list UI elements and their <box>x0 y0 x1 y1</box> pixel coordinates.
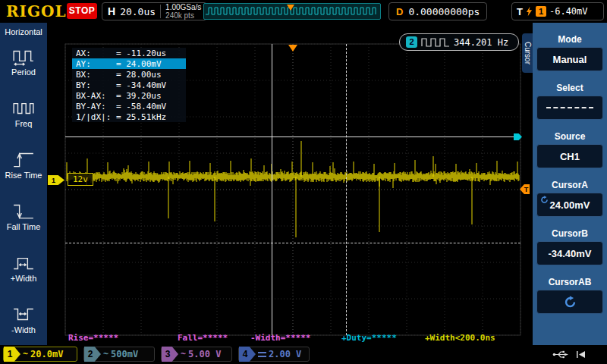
sidebar-item-label: Freq <box>15 119 33 128</box>
dc-coupling-icon <box>258 352 266 357</box>
menu-section-source[interactable]: Source CH1 <box>536 129 603 168</box>
menu-section-cursor-a[interactable]: CursorA 24.00mV <box>536 177 603 217</box>
softkey-menu: Mode Manual Select Source CH1 CursorA 24… <box>533 23 607 345</box>
square-wave-icon <box>421 38 450 47</box>
display-area: T 1 12v AX:= -11.20us AY:= 24.00mV BX:= … <box>47 23 530 345</box>
ch4-scale: 2.00 V <box>269 349 301 359</box>
menu-title-tab: Cursor <box>522 33 533 73</box>
frequency-counter: 2 344.201 Hz <box>399 33 519 51</box>
ac-coupling-icon: ~ <box>103 349 109 359</box>
mode-label: Mode <box>536 32 603 47</box>
timebase-position-strip <box>203 3 381 20</box>
readout-row-bx: BX:= 28.00us <box>72 69 186 80</box>
horizontal-status-group: H 20.0us 1.00GSa/s 240k pts <box>102 2 207 20</box>
counter-frequency-value: 344.201 Hz <box>454 37 508 48</box>
plus-width-icon <box>12 253 35 273</box>
readout-row-byay: BY-AY:= -58.40mV <box>72 101 186 111</box>
cursor-b-label: CursorB <box>536 226 603 241</box>
sidebar-item-freq[interactable]: Freq <box>0 88 47 140</box>
ac-coupling-icon: ~ <box>181 349 186 359</box>
ch2-number: 2 <box>84 347 101 362</box>
freq-icon <box>12 99 35 118</box>
ch1-scale: 20.0mV <box>30 349 63 359</box>
ch1-number: 1 <box>4 347 20 362</box>
sidebar-item-plus-width[interactable]: +Width <box>0 242 47 293</box>
sidebar-item-label: +Width <box>11 274 37 283</box>
usb-icon <box>552 350 569 359</box>
fall-time-icon <box>12 202 35 221</box>
lightning-bolt-icon <box>526 6 533 17</box>
sidebar-item-label: Period <box>11 67 36 77</box>
top-status-bar: RIGOL STOP H 20.0us 1.00GSa/s 240k pts D… <box>0 0 607 23</box>
mode-button[interactable]: Manual <box>536 47 603 71</box>
select-label: Select <box>536 80 603 96</box>
t-label: T <box>517 6 523 17</box>
cursor-a-vertical-line[interactable] <box>272 44 272 335</box>
cursor-a-button[interactable]: 24.00mV <box>536 193 603 217</box>
trigger-status-group: T 1 -6.40mV <box>511 2 604 20</box>
ch1-badge[interactable]: 1 ~ 20.0mV <box>3 347 77 362</box>
rise-time-icon <box>12 150 35 170</box>
delay-value: 0.00000000ps <box>408 6 480 17</box>
rise-measure-readout: Rise=***** <box>68 333 118 343</box>
counter-channel-badge: 2 <box>406 36 417 48</box>
sidebar-item-fall-time[interactable]: Fall Time <box>0 190 47 242</box>
readout-row-bxax: BX-AX:= 39.20us <box>72 90 186 101</box>
cursor-b-horizontal-line[interactable] <box>65 243 521 243</box>
trigger-position-marker[interactable] <box>288 45 297 52</box>
neg-width-measure-readout: -Width=***** <box>250 333 310 343</box>
ch2-scale: 500mV <box>111 349 138 359</box>
knob-icon <box>540 196 549 204</box>
ch4-badge[interactable]: 4 2.00 V <box>238 347 310 362</box>
measure-sidebar-title: Horizontal <box>5 27 42 36</box>
select-button[interactable] <box>536 96 603 120</box>
run-state-badge[interactable]: STOP <box>67 3 97 19</box>
trigger-position-strip-marker <box>287 5 294 11</box>
source-label: Source <box>536 129 603 144</box>
memory-depth-value: 240k pts <box>165 11 201 20</box>
ac-coupling-icon: ~ <box>23 349 28 359</box>
rigol-logo: RIGOL <box>6 2 67 20</box>
trigger-level-value: -6.40mV <box>549 6 588 17</box>
h-label: H <box>108 5 115 17</box>
sample-info: 1.00GSa/s 240k pts <box>165 3 201 20</box>
readout-row-invdx: 1/|dX|:= 25.51kHz <box>72 111 186 122</box>
cursor-b-vertical-line[interactable] <box>346 44 347 335</box>
d-label: D <box>396 6 403 17</box>
menu-section-select[interactable]: Select <box>536 80 603 120</box>
readout-row-ax: AX:= -11.20us <box>72 48 186 58</box>
readout-row-ay: AY:= 24.00mV <box>72 58 186 69</box>
menu-section-cursor-ab[interactable]: CursorAB <box>536 275 603 314</box>
sidebar-item-minus-width[interactable]: -Width <box>0 293 47 345</box>
ch1-user-label: 12v <box>68 173 93 186</box>
readout-row-by: BY:= -34.40mV <box>72 80 186 90</box>
sidebar-item-period[interactable]: Period <box>0 36 47 88</box>
cursor-a-horizontal-line[interactable] <box>65 136 521 137</box>
sidebar-item-label: -Width <box>11 325 36 334</box>
source-button[interactable]: CH1 <box>536 144 603 168</box>
sample-rate-value: 1.00GSa/s <box>165 3 201 11</box>
sidebar-item-rise-time[interactable]: Rise Time <box>0 140 47 191</box>
ch4-number: 4 <box>239 347 256 362</box>
back-arrow-icon <box>575 350 587 359</box>
delay-status-group: D 0.00000000ps <box>388 2 487 20</box>
channel-status-bar: 1 ~ 20.0mV 2 ~ 500mV 3 ~ 5.00 V 4 2.00 V <box>0 345 607 364</box>
measure-sidebar: Horizontal Period Freq Rise Time Fall Ti… <box>0 23 47 345</box>
sidebar-item-label: Fall Time <box>7 222 41 231</box>
pos-width-measure-readout: +Width<200.0ns <box>425 333 495 343</box>
minus-width-icon <box>12 305 35 325</box>
divider <box>160 5 161 18</box>
period-icon <box>12 47 35 67</box>
knob-icon <box>564 296 577 309</box>
ch3-scale: 5.00 V <box>188 349 221 359</box>
trigger-source-badge: 1 <box>536 6 546 17</box>
ch3-badge[interactable]: 3 ~ 5.00 V <box>161 347 232 362</box>
menu-section-mode[interactable]: Mode Manual <box>536 32 603 71</box>
ch2-badge[interactable]: 2 ~ 500mV <box>83 347 155 362</box>
cursor-readout-panel: AX:= -11.20us AY:= 24.00mV BX:= 28.00us … <box>72 48 186 122</box>
sidebar-item-label: Rise Time <box>5 171 42 180</box>
cursor-ab-button[interactable] <box>536 290 603 314</box>
menu-section-cursor-b[interactable]: CursorB -34.40mV <box>536 226 603 265</box>
dashed-line-icon <box>546 107 593 108</box>
cursor-b-button[interactable]: -34.40mV <box>536 241 603 265</box>
